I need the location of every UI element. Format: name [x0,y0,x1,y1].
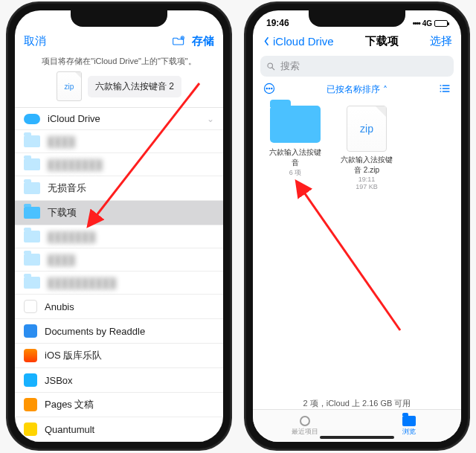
search-placeholder: 搜索 [280,60,300,73]
file-name-label: 六款输入法按键音 2 [88,76,181,97]
folder-icon [24,158,40,170]
row-label: ██████████ [48,277,116,289]
folder-list: iCloud Drive ⌄ ████ ████████ 无损音乐 下载项 [15,107,223,442]
grid-folder-item[interactable]: 六款输入法按键音 6 项 [266,106,324,190]
network-label: 4G [422,19,432,28]
cloud-icon [24,114,40,124]
app-icon [24,398,37,411]
list-item[interactable]: ██████████ [15,272,223,295]
row-label: 无损音乐 [48,181,86,195]
tab-label: 浏览 [402,427,416,437]
cancel-button[interactable]: 取消 [24,34,46,48]
row-label: Anubis [45,301,74,312]
list-item[interactable]: ████ [15,130,223,153]
screen-left: 取消 存储 项目将存储在"iCloud Drive"上的"下载项"。 zip 六… [15,10,223,442]
row-label: Quantumult [45,424,94,435]
row-icloud-root[interactable]: iCloud Drive ⌄ [15,108,223,130]
item-sub: 6 项 [266,168,324,178]
screen-right: 19:46 •••• 4G iCloud Drive 下载项 选择 搜索 [253,10,461,442]
new-folder-icon[interactable] [173,34,184,48]
clock-icon [300,416,310,426]
svg-point-6 [271,88,272,89]
list-item[interactable]: JSBox [15,368,223,393]
nav-bar: 取消 存储 [15,31,223,53]
list-item[interactable]: Documents by Readdle [15,319,223,344]
svg-point-4 [266,88,267,89]
row-label: ████████ [48,159,103,170]
select-button[interactable]: 选择 [430,34,452,48]
row-label: Pages 文稿 [45,398,94,411]
svg-point-5 [268,88,269,89]
list-item[interactable]: ███████ [15,225,223,248]
row-label: iOS 版库乐队 [45,349,102,362]
folder-icon [270,106,321,143]
zip-icon: zip [347,106,387,152]
back-button[interactable]: iCloud Drive [262,35,334,48]
phone-right: 19:46 •••• 4G iCloud Drive 下载项 选择 搜索 [245,3,469,449]
list-item[interactable]: iOS 版库乐队 [15,344,223,368]
row-label: JSBox [45,375,73,386]
battery-icon [434,20,448,27]
app-icon [24,324,37,338]
folder-icon [24,182,40,194]
sort-button[interactable]: 已按名称排序 ˄ [327,83,387,96]
save-hint: 项目将存储在"iCloud Drive"上的"下载项"。 [15,53,223,71]
home-indicator [320,436,394,439]
chevron-down-icon: ⌄ [207,114,214,124]
signal-icon: •••• [413,19,420,28]
folder-icon [24,231,40,242]
row-label: ████ [48,254,75,266]
back-label: iCloud Drive [273,35,334,48]
folder-icon [24,277,40,289]
sort-label: 已按名称排序 [327,83,380,96]
list-item[interactable]: Anubis [15,295,223,319]
row-downloads[interactable]: 下载项 [15,201,223,225]
list-item[interactable]: 无损音乐 [15,176,223,201]
tab-label: 最近项目 [292,427,318,437]
storage-status: 2 项，iCloud 上 2.16 GB 可用 [253,398,461,409]
svg-point-2 [268,62,273,68]
item-time: 19:11 [338,176,396,183]
list-item[interactable]: ████ [15,248,223,272]
row-label: Documents by Readdle [45,326,145,337]
more-options-icon[interactable] [263,83,275,97]
file-grid: 六款输入法按键音 6 项 zip 六款输入法按键音 2.zip 19:11 19… [253,101,461,195]
svg-line-7 [298,183,400,330]
app-icon [24,300,37,313]
grid-zip-item[interactable]: zip 六款输入法按键音 2.zip 19:11 197 KB [338,106,396,190]
notch [309,10,405,27]
save-button[interactable]: 存储 [192,34,214,48]
nav-bar: iCloud Drive 下载项 选择 [253,31,461,53]
folder-icon [24,135,40,147]
row-label: ███████ [48,231,95,242]
row-label: ████ [48,136,75,147]
item-size: 197 KB [338,183,396,190]
notch [71,10,167,27]
phone-left: 取消 存储 项目将存储在"iCloud Drive"上的"下载项"。 zip 六… [7,3,231,449]
zip-icon: zip [57,71,82,101]
file-preview: zip 六款输入法按键音 2 [15,71,223,107]
list-item[interactable]: ████████ [15,153,223,176]
app-icon [24,373,37,387]
search-input[interactable]: 搜索 [260,56,454,77]
list-view-icon[interactable] [439,83,451,97]
row-label: iCloud Drive [48,113,100,124]
list-item[interactable]: Quantumult [15,417,223,442]
item-name: 六款输入法按键音 2.zip [338,155,396,176]
app-icon [24,423,37,436]
annotation-arrow [289,174,415,345]
folder-icon [24,207,40,219]
app-icon [24,349,37,362]
item-name: 六款输入法按键音 [266,147,324,168]
chevron-up-icon: ˄ [383,85,387,95]
list-item[interactable]: Pages 文稿 [15,393,223,417]
sort-bar: 已按名称排序 ˄ [253,81,461,101]
folder-icon [24,254,40,266]
row-label: 下载项 [48,206,77,219]
page-title: 下载项 [365,34,399,48]
folder-icon [402,416,416,426]
search-icon [266,62,276,71]
status-time: 19:46 [266,18,289,28]
